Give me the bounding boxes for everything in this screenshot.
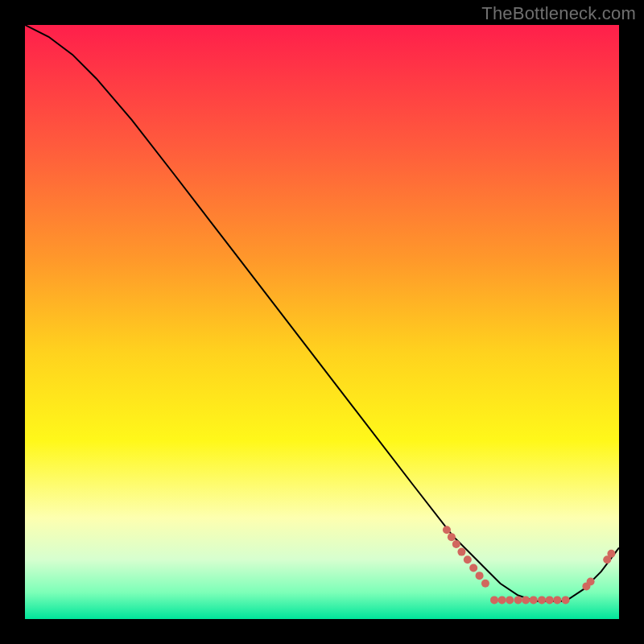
data-marker [607,550,615,558]
data-marker [443,526,451,534]
data-marker [587,578,595,586]
data-marker [464,555,472,564]
data-marker [490,596,498,604]
plot-svg [25,25,619,619]
data-marker [538,596,546,604]
data-marker [522,596,530,604]
data-marker [553,596,561,604]
watermark-text: TheBottleneck.com [481,3,636,24]
data-marker [481,580,489,588]
data-marker [514,596,522,604]
data-marker [546,596,554,604]
data-marker [469,564,477,572]
data-marker [506,596,514,604]
gradient-background [25,25,619,619]
data-marker [562,596,570,604]
data-marker [457,548,465,556]
data-marker [476,572,484,580]
data-marker [448,533,456,541]
chart-frame: TheBottleneck.com [0,0,644,644]
data-marker [498,596,506,604]
data-marker [530,596,538,604]
data-marker [452,540,460,548]
plot-area [25,25,619,619]
